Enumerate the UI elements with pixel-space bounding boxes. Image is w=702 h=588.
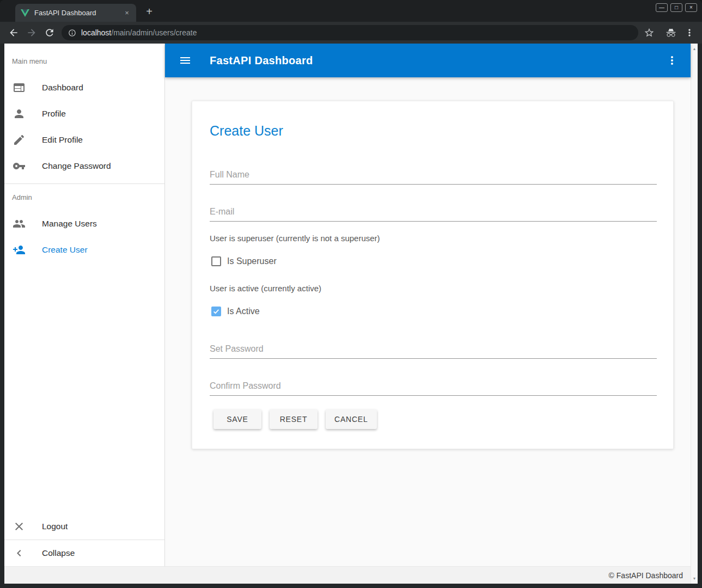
browser-window: FastAPI Dashboard × + — □ × localhost/ma…	[0, 0, 702, 588]
window-controls: — □ ×	[656, 3, 697, 12]
full-name-field-wrap	[210, 170, 657, 185]
is-superuser-checkbox[interactable]	[211, 256, 221, 266]
sidebar-item-change-password[interactable]: Change Password	[4, 153, 164, 179]
is-active-checkbox[interactable]	[211, 307, 221, 316]
active-hint-text: User is active (currently active)	[210, 284, 321, 293]
app-bar: FastAPI Dashboard	[165, 44, 691, 77]
is-active-label: Is Active	[227, 307, 260, 316]
cancel-button[interactable]: CANCEL	[326, 409, 377, 429]
sidebar: Main menu Dashboard Profile Edit Profile…	[4, 44, 165, 566]
reset-button[interactable]: RESET	[270, 409, 318, 429]
sidebar-item-manage-users[interactable]: Manage Users	[4, 211, 164, 237]
site-info-icon[interactable]	[68, 29, 76, 37]
confirm-password-input[interactable]	[210, 381, 657, 396]
chevron-left-icon	[13, 547, 26, 560]
browser-tab[interactable]: FastAPI Dashboard ×	[15, 4, 136, 22]
email-field-wrap	[210, 207, 657, 222]
superuser-hint-text: User is superuser (currently is not a su…	[210, 234, 380, 243]
page-footer: © FastAPI Dashboard	[4, 566, 691, 584]
sidebar-item-label: Profile	[42, 109, 66, 119]
sidebar-header-main-menu: Main menu	[12, 57, 164, 65]
sidebar-item-label: Create User	[42, 245, 88, 255]
dashboard-icon	[13, 81, 26, 94]
sidebar-item-logout[interactable]: Logout	[4, 513, 164, 540]
set-password-field-wrap	[210, 344, 657, 359]
create-user-card: Create User User is superuser (currently…	[192, 101, 674, 449]
browser-tab-strip: FastAPI Dashboard × + — □ ×	[0, 0, 702, 22]
app-bar-title: FastAPI Dashboard	[210, 54, 313, 67]
scrollbar-down-icon[interactable]: ▼	[691, 577, 698, 580]
set-password-input[interactable]	[210, 344, 657, 359]
sidebar-item-label: Edit Profile	[42, 135, 83, 145]
page-title: Create User	[210, 123, 283, 139]
tab-title: FastAPI Dashboard	[34, 9, 122, 17]
hamburger-menu-icon[interactable]	[179, 54, 192, 67]
confirm-password-field-wrap	[210, 381, 657, 396]
window-maximize-button[interactable]: □	[670, 3, 682, 12]
pencil-icon	[13, 133, 26, 146]
person-icon	[13, 107, 26, 120]
new-tab-button[interactable]: +	[143, 5, 156, 19]
browser-menu-kebab-icon[interactable]	[684, 27, 695, 38]
url-host: localhost	[81, 28, 111, 37]
sidebar-item-edit-profile[interactable]: Edit Profile	[4, 127, 164, 153]
back-icon[interactable]	[8, 27, 19, 38]
sidebar-item-label: Collapse	[42, 548, 75, 558]
app-bar-kebab-icon[interactable]	[666, 54, 679, 67]
reload-icon[interactable]	[44, 27, 55, 38]
sidebar-item-collapse[interactable]: Collapse	[4, 540, 164, 566]
url-path: /main/admin/users/create	[111, 28, 197, 37]
page-scrollbar[interactable]: ▲ ▼	[691, 44, 698, 584]
sidebar-spacer	[4, 263, 164, 513]
sidebar-item-label: Logout	[42, 522, 68, 531]
incognito-icon	[666, 27, 676, 38]
main-content: Create User User is superuser (currently…	[165, 77, 691, 566]
people-icon	[13, 217, 26, 230]
save-button[interactable]: SAVE	[213, 409, 261, 429]
sidebar-item-create-user[interactable]: Create User	[4, 237, 164, 263]
sidebar-item-dashboard[interactable]: Dashboard	[4, 75, 164, 101]
browser-toolbar: localhost/main/admin/users/create	[0, 22, 702, 44]
scrollbar-up-icon[interactable]: ▲	[691, 47, 698, 51]
sidebar-item-profile[interactable]: Profile	[4, 101, 164, 127]
is-superuser-label: Is Superuser	[227, 256, 277, 266]
window-close-button[interactable]: ×	[685, 3, 697, 12]
is-active-checkbox-row[interactable]: Is Active	[211, 307, 260, 316]
is-superuser-checkbox-row[interactable]: Is Superuser	[211, 256, 277, 266]
tab-close-icon[interactable]: ×	[122, 8, 132, 18]
key-icon	[13, 160, 26, 173]
sidebar-divider	[4, 183, 164, 184]
forward-icon[interactable]	[26, 27, 37, 38]
close-x-icon	[13, 520, 26, 533]
vue-favicon-icon	[21, 9, 29, 17]
sidebar-item-label: Change Password	[42, 161, 111, 171]
url-text: localhost/main/admin/users/create	[81, 28, 197, 37]
sidebar-header-admin: Admin	[12, 193, 164, 201]
page-viewport: Main menu Dashboard Profile Edit Profile…	[4, 44, 698, 584]
address-bar[interactable]: localhost/main/admin/users/create	[62, 25, 638, 40]
person-add-icon	[13, 243, 26, 256]
bookmark-star-icon[interactable]	[644, 27, 655, 38]
email-input[interactable]	[210, 207, 657, 222]
copyright-text: © FastAPI Dashboard	[609, 571, 683, 580]
sidebar-item-label: Manage Users	[42, 219, 97, 229]
form-buttons: SAVE RESET CANCEL	[213, 409, 377, 429]
window-minimize-button[interactable]: —	[656, 3, 668, 12]
sidebar-item-label: Dashboard	[42, 83, 83, 93]
full-name-input[interactable]	[210, 170, 657, 185]
